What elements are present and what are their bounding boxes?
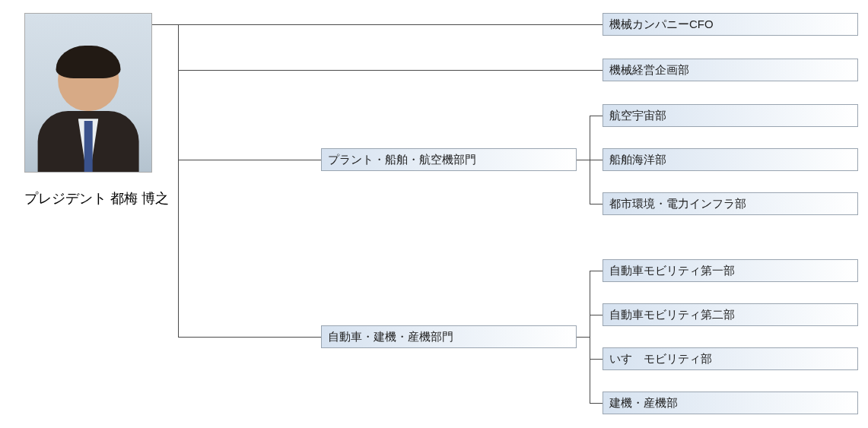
node-dept-1-2: いすゞモビリティ部 — [603, 347, 858, 370]
node-dept-1-1: 自動車モビリティ第二部 — [603, 303, 858, 326]
connector — [590, 403, 603, 404]
node-planning: 機械経営企画部 — [603, 59, 858, 81]
connector — [590, 271, 603, 271]
connector — [590, 160, 603, 160]
president-photo — [24, 13, 152, 173]
node-division-0-label: プラント・船舶・航空機部門 — [328, 153, 476, 166]
node-dept-0-2: 都市環境・電力インフラ部 — [603, 192, 858, 215]
president-figure — [38, 46, 139, 172]
connector — [178, 24, 179, 337]
node-planning-label: 機械経営企画部 — [609, 63, 689, 76]
node-dept-1-3-label: 建機・産機部 — [609, 396, 678, 409]
node-division-1-label: 自動車・建機・産機部門 — [328, 330, 453, 343]
node-dept-1-2-label: いすゞモビリティ部 — [609, 352, 712, 365]
node-cfo-label: 機械カンパニーCFO — [609, 17, 714, 30]
connector — [178, 24, 603, 25]
president-name: 都梅 博之 — [110, 191, 169, 206]
connector — [577, 337, 590, 338]
connector — [590, 116, 603, 116]
connector — [178, 160, 321, 160]
president-title: プレジデント 都梅 博之 — [24, 189, 152, 208]
president-block: プレジデント 都梅 博之 — [24, 13, 152, 208]
node-dept-0-2-label: 都市環境・電力インフラ部 — [609, 197, 746, 210]
connector — [590, 359, 603, 360]
node-dept-1-0: 自動車モビリティ第一部 — [603, 259, 858, 282]
node-dept-1-3: 建機・産機部 — [603, 392, 858, 414]
connector — [178, 337, 321, 338]
president-title-prefix: プレジデント — [24, 191, 107, 206]
node-cfo: 機械カンパニーCFO — [603, 13, 858, 36]
connector — [590, 315, 603, 315]
connector — [590, 204, 603, 204]
node-dept-0-1-label: 船舶海洋部 — [609, 153, 666, 166]
node-division-0: プラント・船舶・航空機部門 — [321, 148, 577, 171]
connector — [590, 271, 590, 403]
node-dept-0-0-label: 航空宇宙部 — [609, 109, 666, 122]
connector — [577, 160, 590, 160]
connector — [178, 70, 603, 71]
connector — [152, 24, 178, 25]
node-dept-1-1-label: 自動車モビリティ第二部 — [609, 308, 735, 321]
node-dept-0-1: 船舶海洋部 — [603, 148, 858, 171]
node-dept-0-0: 航空宇宙部 — [603, 104, 858, 127]
node-dept-1-0-label: 自動車モビリティ第一部 — [609, 264, 735, 277]
node-division-1: 自動車・建機・産機部門 — [321, 325, 577, 348]
